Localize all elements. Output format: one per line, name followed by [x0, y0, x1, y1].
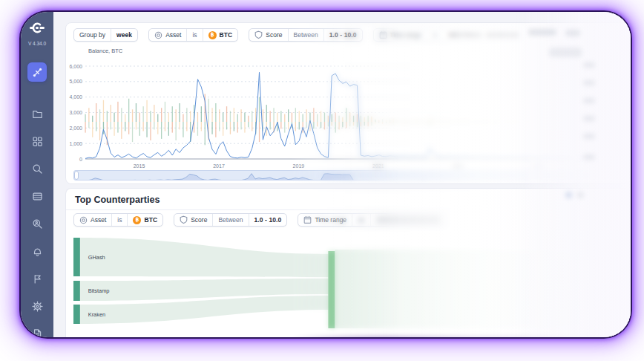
shield-icon [254, 30, 263, 39]
svg-text:0: 0 [79, 157, 82, 162]
sidebar-item-docs[interactable] [27, 324, 47, 337]
svg-text:1,000: 1,000 [69, 141, 82, 146]
sidebar-item-cases[interactable] [27, 104, 47, 123]
svg-text:2,000: 2,000 [69, 126, 82, 131]
divider [66, 209, 628, 210]
sidebar-item-dashboard[interactable] [27, 131, 47, 151]
dashboard-icon [32, 136, 43, 147]
flag-icon [32, 273, 43, 284]
time-range-label: Time range [390, 31, 422, 39]
entity-search-icon [32, 218, 43, 230]
document-icon [32, 328, 43, 338]
asset-label: Asset [165, 31, 181, 39]
cp-asset-value: BTC [144, 216, 157, 224]
table-icon [32, 191, 43, 202]
cp-score-value: 1.0 - 10.0 [249, 214, 287, 226]
gear-icon [32, 301, 43, 312]
asset-value: BTC [220, 31, 233, 39]
svg-text:5,000: 5,000 [69, 79, 82, 84]
svg-text:2017: 2017 [213, 163, 225, 169]
cp-asset-filter[interactable]: Asset is ฿ BTC [73, 213, 163, 227]
btc-icon: ฿ [133, 216, 141, 224]
balance-chart[interactable]: 01,0002,0003,0004,0005,0006,000201520172… [69, 44, 625, 170]
counterparties-sankey[interactable]: GHashBitstampKraken [72, 229, 628, 337]
app-window: V 4.34.0 [21, 12, 631, 337]
alerts-bell-icon [32, 246, 43, 257]
sidebar-item-settings[interactable] [27, 296, 47, 316]
asset-op: is [186, 29, 202, 41]
chart-brush[interactable] [73, 170, 622, 180]
time-range-op: is [427, 29, 442, 41]
btc-icon: ฿ [208, 31, 217, 39]
sidebar: V 4.34.0 [21, 12, 53, 337]
svg-text:2021: 2021 [372, 163, 384, 169]
sidebar-item-alerts[interactable] [27, 241, 47, 261]
sidebar-item-explorer[interactable] [27, 62, 47, 82]
folder-icon [32, 108, 43, 120]
sidebar-item-reports[interactable] [27, 269, 47, 288]
cp-time-range-label: Time range [315, 216, 346, 224]
score-filter[interactable]: Score Between 1.0 - 10.0 [249, 28, 362, 42]
score-value: 1.0 - 10.0 [323, 29, 362, 41]
primary-filter-bar: Group by week Asset is ฿ B [73, 28, 525, 42]
svg-text:2025: 2025 [532, 163, 544, 169]
cp-score-filter[interactable]: Score Between 1.0 - 10.0 [174, 213, 287, 227]
calendar-icon [379, 30, 387, 39]
app-version: V 4.34.0 [28, 41, 46, 46]
search-icon [32, 163, 43, 175]
calendar-icon [303, 215, 312, 224]
balance-chart-card: Group by week Asset is ฿ B [65, 22, 629, 184]
svg-text:Kraken: Kraken [88, 311, 105, 318]
counterparties-card: Top Counterparties Asset is ฿ [65, 188, 629, 337]
group-by-value: week [111, 29, 137, 41]
screenshot-stage: V 4.34.0 [0, 0, 644, 361]
svg-text:4,000: 4,000 [69, 94, 82, 100]
explorer-icon [32, 67, 43, 78]
asset-filter[interactable]: Asset is ฿ BTC [148, 28, 238, 42]
group-by-label: Group by [74, 29, 111, 41]
time-range-value: 09/17/2013 - 02/25/2026 [442, 29, 524, 41]
brush-left-handle[interactable] [74, 171, 79, 180]
counterparties-filter-bar: Asset is ฿ BTC Score [73, 213, 447, 227]
sidebar-item-entity-search[interactable] [27, 214, 47, 233]
cp-asset-label: Asset [91, 216, 106, 224]
shield-icon [180, 215, 188, 224]
svg-text:GHash: GHash [88, 254, 105, 261]
cp-score-label: Score [191, 216, 207, 224]
counterparties-title: Top Counterparties [75, 195, 160, 205]
svg-text:2023: 2023 [453, 163, 464, 169]
main-content: Group by week Asset is ฿ B [53, 12, 631, 337]
redacted-date-range [376, 217, 441, 223]
coin-icon [154, 31, 162, 39]
cp-time-range-filter[interactable]: Time range [298, 213, 447, 227]
redacted-op [358, 218, 365, 223]
app-logo [27, 22, 47, 36]
svg-text:2015: 2015 [134, 163, 145, 169]
svg-text:3,000: 3,000 [69, 110, 82, 115]
cp-asset-op: is [111, 214, 127, 226]
sidebar-item-transactions[interactable] [27, 186, 47, 206]
svg-text:2019: 2019 [293, 163, 305, 169]
score-op: Between [288, 29, 323, 41]
time-range-filter[interactable]: Time range is 09/17/2013 - 02/25/2026 [373, 28, 525, 42]
brush-minimap [74, 171, 622, 180]
group-by-filter[interactable]: Group by week [73, 28, 138, 42]
svg-text:6,000: 6,000 [69, 64, 82, 69]
score-label: Score [266, 31, 282, 39]
sidebar-item-search[interactable] [27, 159, 47, 178]
coin-icon [79, 216, 88, 224]
cp-score-op: Between [212, 214, 248, 226]
svg-text:Bitstamp: Bitstamp [88, 287, 110, 294]
